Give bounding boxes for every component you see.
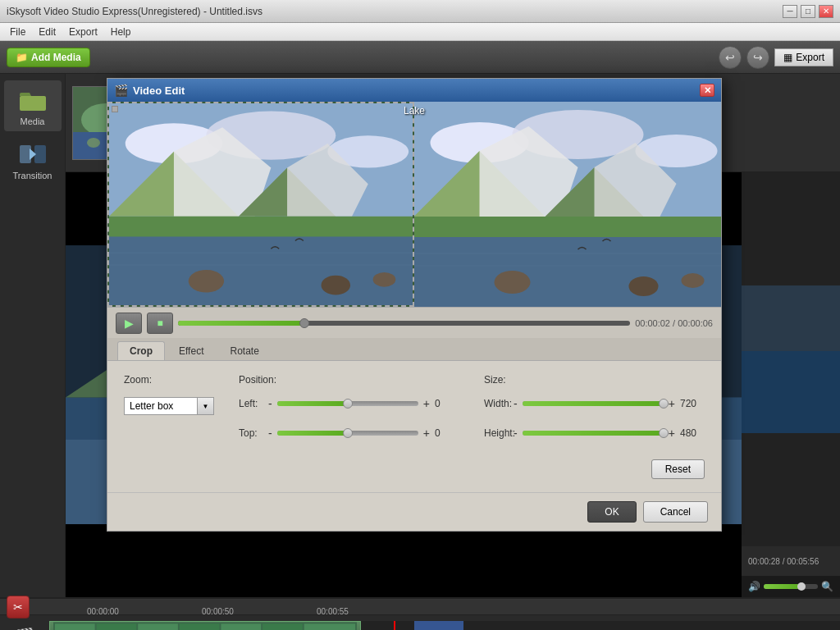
svg-rect-36 (109, 236, 413, 305)
dialog-crop-content: Zoom: Letter box ▼ Position: Left: - (107, 361, 721, 492)
svg-point-38 (322, 276, 351, 295)
tab-rotate[interactable]: Rotate (217, 341, 271, 360)
top-slider[interactable] (277, 431, 418, 436)
reset-button[interactable]: Reset (651, 459, 705, 479)
seek-fill (178, 321, 304, 326)
left-slider[interactable] (277, 401, 418, 406)
crop-panel: Zoom: Letter box ▼ Position: Left: - (124, 374, 705, 479)
preview-panel-right (414, 102, 721, 307)
ok-button[interactable]: OK (587, 501, 636, 523)
width-plus[interactable]: + (669, 397, 675, 410)
seek-bar[interactable] (178, 321, 630, 326)
position-section: Position: Left: - + 0 (239, 374, 459, 479)
width-value: 720 (680, 398, 705, 409)
seek-thumb[interactable] (299, 318, 309, 328)
dialog-icon: 🎬 (114, 84, 128, 97)
svg-point-37 (189, 270, 224, 293)
width-label: Width: (484, 398, 509, 409)
stop-button[interactable]: ■ (147, 313, 173, 334)
cancel-button[interactable]: Cancel (643, 501, 708, 523)
video-edit-dialog: 🎬 Video Edit ✕ Lake (107, 78, 722, 532)
zoom-select[interactable]: Letter box ▼ (124, 397, 214, 415)
dialog-tabs: Crop Effect Rotate (107, 338, 721, 361)
dialog-titlebar: 🎬 Video Edit ✕ (107, 79, 721, 102)
height-plus[interactable]: + (669, 427, 675, 440)
width-minus[interactable]: - (514, 397, 518, 410)
dialog-footer: OK Cancel (107, 492, 721, 531)
top-minus[interactable]: - (268, 427, 272, 440)
dialog-close-button[interactable]: ✕ (700, 84, 714, 97)
video-name-label: Lake (404, 105, 425, 116)
left-slider-row: Left: - + 0 (239, 397, 459, 410)
dialog-preview: Lake (107, 102, 721, 307)
dialog-overlay: 🎬 Video Edit ✕ Lake (0, 0, 840, 630)
left-minus[interactable]: - (268, 397, 272, 410)
dialog-playback: ▶ ■ 00:00:02 / 00:00:06 (107, 307, 721, 338)
top-plus[interactable]: + (423, 427, 430, 440)
height-slider-row: Height: - + 480 (484, 427, 705, 440)
position-label: Position: (239, 374, 459, 386)
tab-crop[interactable]: Crop (117, 341, 165, 360)
preview-panel-left (107, 102, 414, 307)
playback-time: 00:00:02 / 00:00:06 (635, 318, 713, 328)
svg-point-54 (682, 273, 705, 288)
size-section: Size: Width: - + 720 Height: (484, 374, 705, 479)
height-value: 480 (680, 427, 705, 439)
height-label: Height: (484, 427, 509, 439)
svg-point-53 (629, 276, 659, 296)
zoom-value: Letter box (125, 398, 197, 414)
svg-point-39 (373, 272, 396, 287)
top-label: Top: (239, 427, 263, 439)
dialog-title: Video Edit (133, 84, 185, 97)
zoom-section: Zoom: Letter box ▼ (124, 374, 214, 479)
height-minus[interactable]: - (514, 427, 518, 440)
svg-rect-51 (414, 237, 721, 307)
left-plus[interactable]: + (423, 397, 430, 410)
dialog-title-left: 🎬 Video Edit (114, 84, 185, 97)
zoom-label: Zoom: (124, 374, 214, 386)
left-value: 0 (435, 398, 459, 409)
svg-point-52 (495, 271, 531, 294)
width-slider-row: Width: - + 720 (484, 397, 705, 410)
height-slider[interactable] (523, 431, 664, 436)
zoom-dropdown-arrow[interactable]: ▼ (197, 398, 213, 414)
left-label: Left: (239, 398, 263, 409)
width-slider[interactable] (523, 401, 664, 406)
play-button[interactable]: ▶ (116, 313, 142, 334)
size-label: Size: (484, 374, 705, 386)
top-slider-row: Top: - + 0 (239, 427, 459, 440)
top-value: 0 (435, 427, 459, 439)
tab-effect[interactable]: Effect (167, 341, 216, 360)
